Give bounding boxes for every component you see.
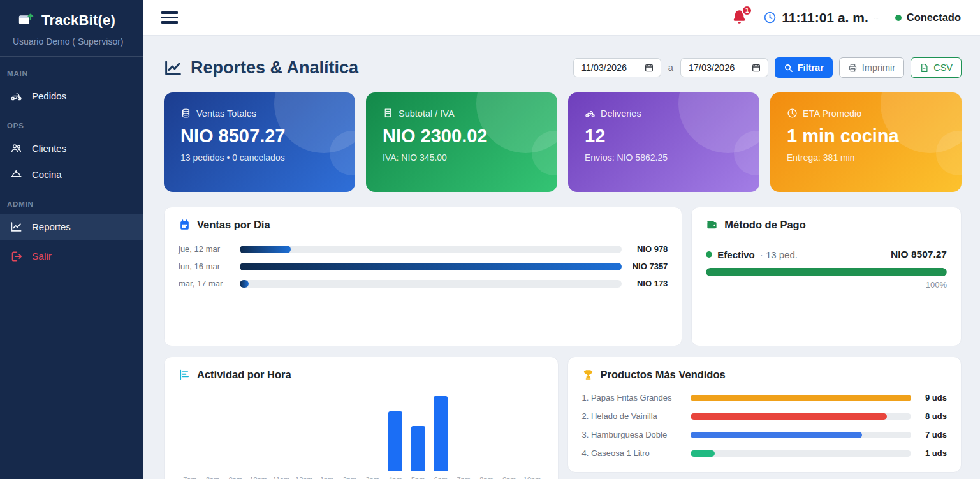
ventas-bar-track [240, 263, 622, 270]
page-title: Reportes & Analítica [164, 58, 358, 78]
receipt-icon [383, 108, 393, 119]
product-units: 1 uds [919, 448, 947, 458]
sidebar-item-label: Clientes [32, 143, 66, 154]
hour-column: 7am [179, 391, 201, 479]
panel-ventas-por-dia: Ventas por Día jue, 12 marNIO 978lun, 16… [164, 207, 682, 346]
sidebar-item-label: Reportes [32, 221, 71, 232]
hour-axis-label: 3pm [365, 476, 379, 479]
product-row: 2. Helado de Vainilla8 uds [582, 411, 947, 421]
method-name: Efectivo [717, 249, 754, 260]
product-bar-track [691, 413, 912, 420]
hour-axis-label: 11am [273, 476, 290, 479]
logout-icon [10, 250, 22, 263]
sidebar-nav: MAINPedidosOPSClientesCocinaADMINReporte… [0, 57, 143, 240]
hour-axis-label: 8am [206, 476, 219, 479]
product-name: 2. Helado de Vainilla [582, 411, 683, 421]
hour-bar [388, 411, 402, 471]
hour-column: 9pm [498, 391, 521, 479]
date-from-field[interactable] [573, 58, 661, 77]
payment-method-label: Efectivo · 13 ped. [706, 249, 798, 260]
sidebar-item-label: Pedidos [32, 91, 66, 101]
hour-axis-label: 5pm [411, 476, 425, 479]
product-units: 9 uds [919, 393, 947, 402]
time-suffix: -- [874, 13, 879, 22]
topbar: 1 11:11:01 a. m. -- Conectado [143, 0, 980, 36]
charts-row-1: Ventas por Día jue, 12 marNIO 978lun, 16… [164, 207, 962, 346]
date-from-input[interactable] [580, 62, 639, 73]
ventas-day-value: NIO 7357 [629, 262, 668, 271]
ventas-bar-track [240, 246, 622, 253]
kpi-card-deliveries: Deliveries12Envíos: NIO 5862.25 [568, 92, 759, 192]
hour-column: 3pm [361, 391, 384, 479]
sidebar-item-clientes[interactable]: Clientes [0, 135, 143, 161]
connection-status: Conectado [895, 11, 961, 24]
hour-axis-label: 9am [229, 476, 242, 479]
notifications-button[interactable]: 1 [731, 9, 748, 26]
filter-button[interactable]: Filtrar [775, 57, 833, 78]
hour-column: 10am [247, 391, 270, 479]
method-amount: NIO 8507.27 [891, 249, 947, 260]
panel-title: Productos Más Vendidos [582, 369, 947, 381]
ventas-day-label: jue, 12 mar [179, 244, 232, 254]
product-bar-fill [691, 413, 887, 420]
ventas-day-label: mar, 17 mar [179, 279, 232, 288]
kpi-card-value: 12 [585, 126, 743, 147]
date-to-field[interactable] [680, 58, 768, 77]
product-name: 1. Papas Fritas Grandes [582, 393, 683, 402]
date-to-input[interactable] [687, 62, 746, 73]
motorcycle-icon [585, 108, 596, 119]
sidebar-item-cocina[interactable]: Cocina [0, 161, 143, 188]
payment-progress-track [706, 268, 947, 276]
hour-axis-label: 1pm [320, 476, 333, 479]
file-csv-icon [919, 63, 929, 73]
ventas-bar-fill [240, 263, 622, 270]
panel-title: Ventas por Día [179, 219, 668, 231]
hour-column: 5pm [407, 391, 430, 479]
hour-axis-label: 6pm [434, 476, 448, 479]
sidebar-item-logout[interactable]: Salir [0, 240, 143, 272]
hour-column: 2pm [338, 391, 361, 479]
kpi-cards-row: Ventas TotalesNIO 8507.2713 pedidos • 0 … [164, 92, 962, 192]
clock-icon [787, 108, 798, 119]
product-rows: 1. Papas Fritas Grandes9 uds2. Helado de… [582, 393, 947, 458]
sidebar-item-pedidos[interactable]: Pedidos [0, 83, 143, 109]
product-name: 3. Hamburguesa Doble [582, 430, 683, 439]
sidebar-item-reportes[interactable]: Reportes [0, 214, 143, 240]
hour-axis-label: 7am [183, 476, 196, 479]
kpi-card-subtext: IVA: NIO 345.00 [383, 152, 541, 163]
product-bar-track [691, 395, 912, 401]
hour-axis-label: 12pm [295, 476, 313, 479]
chart-line-icon [10, 221, 22, 233]
product-units: 8 uds [919, 411, 947, 421]
product-bar-fill [691, 432, 863, 438]
ventas-bar-track [240, 280, 622, 288]
hour-axis-label: 10pm [523, 476, 541, 479]
print-button[interactable]: Imprimir [839, 57, 904, 78]
calendar-icon [644, 63, 654, 73]
sidebar-section-label: MAIN [0, 57, 143, 83]
hour-column: 8pm [475, 391, 498, 479]
hour-axis-label: 9pm [502, 476, 516, 479]
menu-toggle-button[interactable] [157, 8, 182, 27]
ventas-day-value: NIO 978 [629, 244, 668, 254]
payment-progress-fill [706, 268, 947, 276]
method-orders: · 13 ped. [760, 249, 798, 260]
kpi-card-label: Deliveries [585, 108, 743, 119]
current-time: 11:11:01 a. m. [782, 10, 868, 26]
ventas-row: lun, 16 marNIO 7357 [179, 262, 668, 271]
product-bar-track [691, 450, 912, 457]
hour-column: 9am [224, 391, 247, 479]
kpi-card-ventas-totales: Ventas TotalesNIO 8507.2713 pedidos • 0 … [164, 92, 355, 192]
hour-column: 12pm [293, 391, 316, 479]
product-row: 3. Hamburguesa Doble7 uds [582, 430, 947, 439]
kpi-card-value: 1 min cocina [787, 126, 945, 147]
ventas-rows: jue, 12 marNIO 978lun, 16 marNIO 7357mar… [179, 244, 668, 288]
csv-export-button[interactable]: CSV [911, 57, 962, 78]
search-icon [784, 63, 793, 73]
product-bar-fill [691, 450, 715, 457]
hour-column: 11am [270, 391, 293, 479]
hour-axis-label: 2pm [343, 476, 356, 479]
kpi-card-label: ETA Promedio [787, 108, 945, 119]
panel-actividad-por-hora: Actividad por Hora 7am8am9am10am11am12pm… [164, 357, 559, 479]
product-bar-track [691, 432, 912, 438]
